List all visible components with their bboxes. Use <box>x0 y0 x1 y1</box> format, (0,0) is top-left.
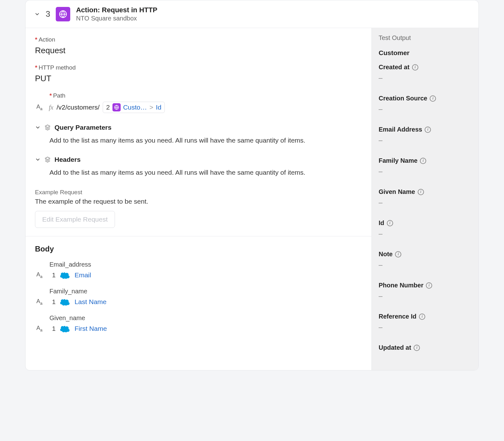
output-label-text: Reference Id <box>379 313 416 320</box>
output-item-label: Reference Idi <box>379 313 472 320</box>
salesforce-icon <box>60 271 70 279</box>
info-icon[interactable]: i <box>418 189 424 195</box>
chip-text-1: Custo… <box>123 104 147 111</box>
output-item-value: – <box>379 167 472 176</box>
output-label-text: Family Name <box>379 157 417 164</box>
salesforce-icon <box>60 325 70 332</box>
action-value: Request <box>35 46 362 55</box>
output-item-label: Idi <box>379 219 472 227</box>
text-type-icon: Aa <box>35 271 44 279</box>
headers-title: Headers <box>54 156 81 163</box>
info-icon[interactable]: i <box>425 127 431 133</box>
chip-sep: > <box>150 104 153 111</box>
output-item: Email Addressi– <box>379 126 472 144</box>
body-title: Body <box>35 245 362 253</box>
output-label-text: Id <box>379 219 384 227</box>
body-value-row[interactable]: Aa 1 First Name <box>35 325 362 332</box>
output-item-value: – <box>379 105 472 113</box>
output-item: Created ati– <box>379 64 472 82</box>
info-icon[interactable]: i <box>430 95 436 102</box>
output-item-value: – <box>379 74 472 82</box>
output-label-text: Given Name <box>379 188 415 195</box>
body-field: Email_address Aa 1 Email <box>35 261 362 279</box>
output-item-label: Created ati <box>379 64 472 71</box>
layers-icon <box>44 124 51 131</box>
globe-icon <box>112 103 121 111</box>
step-header[interactable]: 3 Action: Request in HTTP NTO Square san… <box>26 0 478 28</box>
output-item: Given Namei– <box>379 188 472 207</box>
ref-number: 1 <box>52 325 56 332</box>
fx-icon: fx <box>49 104 53 111</box>
output-item-label: Family Namei <box>379 157 472 164</box>
config-panel: Action Request HTTP method PUT Path Aa f… <box>26 28 371 370</box>
info-icon[interactable]: i <box>412 64 418 71</box>
output-item-value: – <box>379 199 472 207</box>
output-label-text: Creation Source <box>379 95 427 102</box>
output-item-value: – <box>379 261 472 269</box>
output-label-text: Note <box>379 251 392 258</box>
salesforce-icon <box>60 298 70 306</box>
qp-title: Query Parameters <box>54 124 112 131</box>
body-field: Family_name Aa 1 Last Name <box>35 288 362 306</box>
body-field-label: Email_address <box>49 261 362 268</box>
path-text: /v2/customers/ <box>56 104 100 111</box>
method-value: PUT <box>35 74 362 83</box>
method-label: HTTP method <box>35 64 362 71</box>
path-variable-chip[interactable]: 2 Custo… > Id <box>103 102 165 113</box>
output-item-label: Notei <box>379 251 472 258</box>
info-icon[interactable]: i <box>426 282 432 289</box>
output-item-label: Given Namei <box>379 188 472 195</box>
qp-desc: Add to the list as many items as you nee… <box>49 136 362 145</box>
output-item-label: Updated ati <box>379 344 472 351</box>
query-params-toggle[interactable]: Query Parameters <box>35 124 362 131</box>
path-input-row[interactable]: Aa fx /v2/customers/ 2 Custo… > Id <box>35 102 362 113</box>
info-icon[interactable]: i <box>419 314 425 320</box>
output-item: Creation Sourcei– <box>379 95 472 113</box>
chevron-down-icon <box>34 11 40 17</box>
output-item: Family Namei– <box>379 157 472 176</box>
text-type-icon: Aa <box>35 104 44 111</box>
info-icon[interactable]: i <box>395 251 401 257</box>
info-icon[interactable]: i <box>387 220 393 226</box>
test-output-panel: Test Output Customer Created ati–Creatio… <box>371 28 478 370</box>
example-label: Example Request <box>35 189 362 196</box>
body-field-link: First Name <box>75 325 107 332</box>
info-icon[interactable]: i <box>414 345 420 351</box>
text-type-icon: Aa <box>35 325 44 332</box>
output-item-label: Email Addressi <box>379 126 472 133</box>
edit-example-button[interactable]: Edit Example Request <box>35 211 115 228</box>
body-field-label: Given_name <box>49 314 362 322</box>
chevron-down-icon <box>35 157 41 162</box>
chip-text-2: Id <box>156 104 162 111</box>
output-item-value: – <box>379 136 472 144</box>
output-label-text: Updated at <box>379 344 411 351</box>
output-item: Notei– <box>379 251 472 269</box>
body-value-row[interactable]: Aa 1 Last Name <box>35 298 362 306</box>
headers-desc: Add to the list as many items as you nee… <box>49 168 362 177</box>
output-item-value: – <box>379 323 472 331</box>
step-number: 3 <box>46 9 50 19</box>
text-type-icon: Aa <box>35 298 44 306</box>
example-desc: The example of the request to be sent. <box>35 198 362 205</box>
output-item-value: – <box>379 292 472 300</box>
step-title: Action: Request in HTTP <box>76 6 157 14</box>
ref-number: 1 <box>52 298 56 306</box>
step-subtitle: NTO Square sandbox <box>76 15 157 22</box>
body-value-row[interactable]: Aa 1 Email <box>35 271 362 279</box>
step-card: 3 Action: Request in HTTP NTO Square san… <box>25 0 479 370</box>
body-field-link: Last Name <box>75 298 107 306</box>
output-item: Phone Numberi– <box>379 282 472 300</box>
output-label-text: Created at <box>379 64 410 71</box>
output-item: Reference Idi– <box>379 313 472 331</box>
info-icon[interactable]: i <box>420 158 426 164</box>
globe-icon <box>56 7 70 21</box>
headers-toggle[interactable]: Headers <box>35 156 362 163</box>
output-item: Idi– <box>379 219 472 238</box>
output-label-text: Phone Number <box>379 282 423 289</box>
path-label: Path <box>49 92 362 99</box>
chip-number: 2 <box>106 104 110 111</box>
chevron-down-icon <box>35 125 41 130</box>
ref-number: 1 <box>52 271 56 279</box>
output-item-label: Creation Sourcei <box>379 95 472 102</box>
output-group: Customer <box>379 49 472 57</box>
